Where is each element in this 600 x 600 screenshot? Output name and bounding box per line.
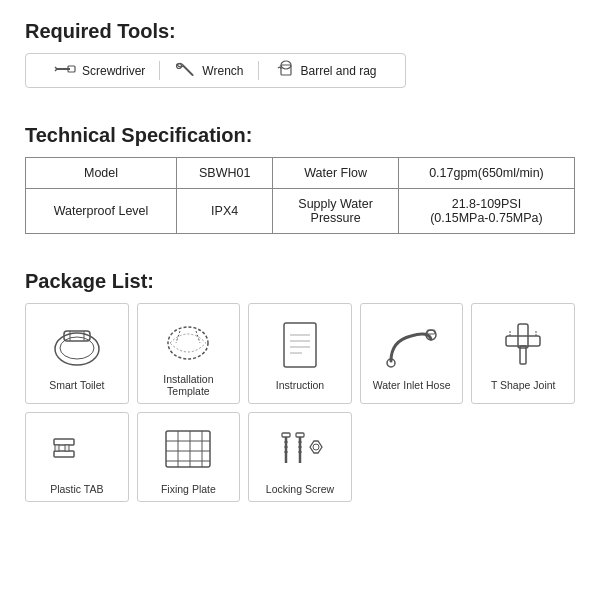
plastic-tab-label: Plastic TAB — [50, 483, 103, 495]
svg-rect-39 — [282, 433, 290, 437]
wrench-icon — [174, 61, 196, 80]
spec-table: Model SBWH01 Water Flow 0.17gpm(650ml/mi… — [25, 157, 575, 234]
required-tools-title: Required Tools: — [25, 20, 575, 43]
smart-toilet-icon — [47, 318, 107, 373]
svg-line-14 — [196, 331, 200, 343]
spec-row-2: Waterproof Level IPX4 Supply WaterPressu… — [26, 189, 575, 234]
t-shape-joint-icon — [493, 318, 553, 373]
package-locking-screw: Locking Screw — [248, 412, 352, 502]
package-list-title: Package List: — [25, 270, 575, 293]
spec-waterflow-label: Water Flow — [273, 158, 399, 189]
svg-rect-28 — [54, 439, 74, 445]
svg-line-3 — [55, 69, 57, 71]
screwdriver-label: Screwdriver — [82, 64, 145, 78]
tool-barrel: Barrel and rag — [259, 60, 391, 81]
tool-screwdriver: Screwdriver — [40, 61, 160, 80]
wrench-label: Wrench — [202, 64, 243, 78]
package-installation-template: Installation Template — [137, 303, 241, 404]
package-instruction: Instruction — [248, 303, 352, 404]
svg-line-2 — [55, 67, 57, 69]
svg-point-7 — [55, 333, 99, 365]
locking-screw-label: Locking Screw — [266, 483, 334, 495]
barrel-icon — [273, 60, 295, 81]
instruction-icon — [270, 318, 330, 373]
tool-wrench: Wrench — [160, 61, 258, 80]
svg-rect-32 — [166, 431, 210, 467]
svg-point-12 — [168, 327, 208, 359]
package-list-section: Package List: Smart Toilet — [25, 270, 575, 502]
spec-waterproof-label: Waterproof Level — [26, 189, 177, 234]
tech-spec-title: Technical Specification: — [25, 124, 575, 147]
spec-model-label: Model — [26, 158, 177, 189]
plastic-tab-icon — [47, 422, 107, 477]
spec-row-1: Model SBWH01 Water Flow 0.17gpm(650ml/mi… — [26, 158, 575, 189]
svg-rect-6 — [281, 65, 291, 75]
required-tools-section: Required Tools: Screwdriver Wrench — [25, 20, 575, 88]
t-shape-joint-label: T Shape Joint — [491, 379, 556, 391]
water-inlet-hose-label: Water Inlet Hose — [373, 379, 451, 391]
barrel-label: Barrel and rag — [301, 64, 377, 78]
tech-spec-section: Technical Specification: Model SBWH01 Wa… — [25, 124, 575, 234]
package-smart-toilet: Smart Toilet — [25, 303, 129, 404]
svg-point-50 — [313, 444, 319, 450]
fixing-plate-label: Fixing Plate — [161, 483, 216, 495]
screwdriver-icon — [54, 61, 76, 80]
package-plastic-tab: Plastic TAB — [25, 412, 129, 502]
svg-rect-15 — [284, 323, 316, 367]
fixing-plate-icon — [158, 422, 218, 477]
water-inlet-hose-icon — [382, 318, 442, 373]
svg-rect-30 — [55, 445, 59, 451]
svg-marker-49 — [310, 441, 322, 453]
svg-rect-29 — [54, 451, 74, 457]
spec-pressure-value: 21.8-109PSI(0.15MPa-0.75MPa) — [398, 189, 574, 234]
installation-template-label: Installation Template — [142, 373, 236, 397]
package-row-1: Smart Toilet Installation Template — [25, 303, 575, 404]
spec-model-value: SBWH01 — [176, 158, 272, 189]
package-t-shape-joint: T Shape Joint — [471, 303, 575, 404]
package-empty-1 — [360, 412, 464, 502]
spec-pressure-label: Supply WaterPressure — [273, 189, 399, 234]
smart-toilet-label: Smart Toilet — [49, 379, 104, 391]
package-empty-2 — [471, 412, 575, 502]
locking-screw-icon — [270, 422, 330, 477]
package-fixing-plate: Fixing Plate — [137, 412, 241, 502]
spec-waterflow-value: 0.17gpm(650ml/min) — [398, 158, 574, 189]
tools-box: Screwdriver Wrench Barrel and rag — [25, 53, 406, 88]
svg-rect-44 — [296, 433, 304, 437]
spec-waterproof-value: IPX4 — [176, 189, 272, 234]
svg-rect-31 — [65, 445, 69, 451]
installation-template-icon — [158, 312, 218, 367]
instruction-label: Instruction — [276, 379, 324, 391]
package-water-inlet-hose: Water Inlet Hose — [360, 303, 464, 404]
package-row-2: Plastic TAB Fixing Plate — [25, 412, 575, 502]
svg-rect-24 — [506, 336, 540, 346]
